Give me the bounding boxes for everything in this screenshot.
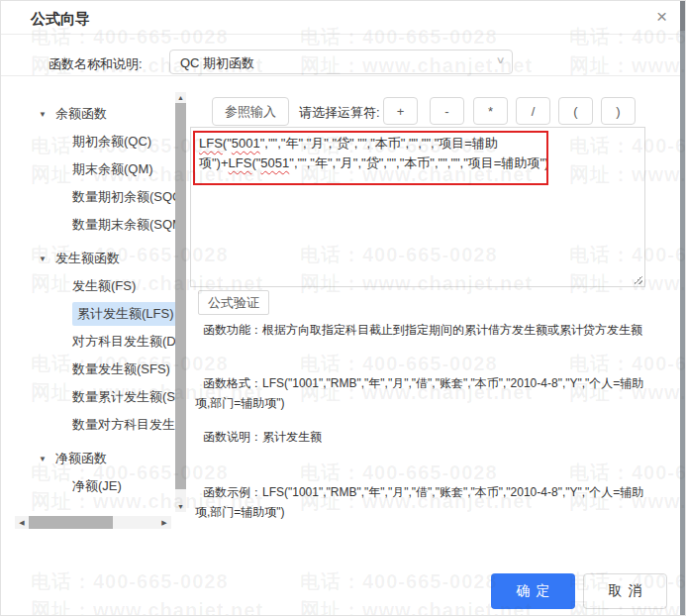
tree-item-label: 数量累计发生额(SL (72, 388, 175, 406)
tree-item-label: 净额(JE) (72, 477, 122, 495)
tree-item-label: 数量期初余额(SQC (72, 188, 175, 206)
horizontal-scroll-thumb[interactable] (29, 516, 113, 529)
tree-item-label: 数量对方科目发生额 (72, 416, 175, 434)
function-purpose: 函数功能：根据方向取指定科目截止到指定期间的累计借方发生额或累计贷方发生额 (195, 320, 652, 340)
function-example-text: LFS("1001","RMB","年","月","借","账套","本币","… (195, 485, 643, 519)
formula-wizard-dialog: 公式向导 × 函数名称和说明: QC 期初函数 ∨ ▼ 余额函数 期初余额(QC… (0, 0, 686, 616)
section-divider (1, 75, 685, 76)
tree-item-label: 期初余额(QC) (72, 133, 151, 151)
tree-group-occurrence[interactable]: ▼ 发生额函数 (21, 245, 175, 272)
operator-close-paren-button[interactable]: ) (601, 97, 636, 125)
tree-vertical-scrollbar[interactable]: ▲ ▼ (175, 92, 186, 512)
function-select-value: QC 期初函数 (180, 54, 254, 72)
tree-item-qm[interactable]: 期末余额(QM) (21, 155, 175, 183)
function-note-text: 累计发生额 (262, 430, 322, 444)
scroll-up-icon[interactable]: ▲ (175, 92, 186, 103)
formula-validate-button[interactable]: 公式验证 (198, 290, 269, 315)
tree-item-lfs-selected[interactable]: 累计发生额(LFS) (21, 300, 175, 328)
function-purpose-text: 根据方向取指定科目截止到指定期间的累计借方发生额或累计贷方发生额 (262, 323, 642, 337)
tree-item-label: 期末余额(QM) (72, 160, 153, 178)
tree-group-label: 余额函数 (55, 105, 107, 123)
tree-item-label: 数量发生额(SFS) (72, 360, 170, 378)
caret-down-icon: ▼ (39, 255, 55, 263)
tree-group-label: 净额函数 (55, 450, 107, 467)
operator-prompt-label: 请选择运算符: (299, 104, 380, 122)
scroll-left-icon[interactable]: ◀ (17, 516, 27, 529)
function-select-label: 函数名称和说明: (49, 55, 143, 73)
function-purpose-label: 函数功能： (203, 323, 262, 337)
chevron-down-icon: ∨ (495, 54, 505, 65)
tree-group-label: 发生额函数 (55, 250, 120, 267)
vertical-scroll-thumb[interactable] (175, 103, 186, 489)
textarea-resize-grip-icon[interactable] (633, 274, 642, 284)
close-icon[interactable]: × (656, 5, 667, 29)
function-format-text: LFS("1001","RMB","年","月","借","账套","本币","… (195, 376, 643, 410)
ok-button[interactable]: 确定 (491, 573, 575, 609)
tree-horizontal-scrollbar[interactable]: ◀ ▶ (15, 516, 171, 529)
caret-down-icon: ▼ (39, 110, 55, 119)
function-format: 函数格式：LFS("1001","RMB","年","月","借","账套","… (195, 373, 652, 413)
function-description: 函数功能：根据方向取指定科目截止到指定期间的累计借方发生额或累计贷方发生额 函数… (195, 316, 652, 522)
function-example-label: 函数示例： (203, 485, 262, 499)
tree-item-fs[interactable]: 发生额(FS) (21, 272, 175, 300)
tree-item-sqc[interactable]: 数量期初余额(SQC (21, 183, 175, 211)
tree-item-sqm[interactable]: 数量期末余额(SQM (21, 211, 175, 239)
operator-plus-button[interactable]: + (383, 97, 418, 125)
operator-minus-button[interactable]: - (430, 97, 464, 125)
operator-open-paren-button[interactable]: ( (558, 97, 593, 125)
tree-item-dfs[interactable]: 对方科目发生额(DF (21, 328, 175, 356)
tree-item-label: 发生额(FS) (72, 277, 136, 295)
function-tree: ▼ 余额函数 期初余额(QC) 期末余额(QM) 数量期初余额(SQC 数量期末… (21, 92, 175, 516)
reference-input-button[interactable]: 参照输入 (212, 97, 289, 126)
tree-group-balance[interactable]: ▼ 余额函数 (21, 100, 175, 128)
operator-multiply-button[interactable]: * (473, 97, 508, 125)
tree-item-slfs[interactable]: 数量累计发生额(SL (21, 383, 175, 411)
tree-item-sdfs[interactable]: 数量对方科目发生额 (21, 411, 175, 439)
header-divider (1, 34, 685, 35)
function-format-label: 函数格式： (203, 376, 262, 390)
dialog-title: 公式向导 (31, 10, 90, 29)
tree-item-je[interactable]: 净额(JE) (21, 472, 175, 500)
cancel-button[interactable]: 取消 (583, 573, 667, 609)
tree-item-qc[interactable]: 期初余额(QC) (21, 128, 175, 155)
tree-item-label: 累计发生额(LFS) (72, 302, 175, 326)
scroll-right-icon[interactable]: ▶ (159, 516, 169, 529)
function-note: 函数说明：累计发生额 (195, 427, 652, 447)
caret-down-icon: ▼ (39, 455, 55, 463)
tree-item-label: 数量期末余额(SQM (72, 216, 175, 234)
function-select[interactable]: QC 期初函数 ∨ (169, 50, 513, 74)
tree-item-sfs[interactable]: 数量发生额(SFS) (21, 356, 175, 383)
tree-item-label: 对方科目发生额(DF (72, 333, 175, 351)
tree-group-net[interactable]: ▼ 净额函数 (21, 445, 175, 472)
scroll-down-icon[interactable]: ▼ (175, 501, 186, 512)
operator-divide-button[interactable]: / (516, 97, 550, 125)
page-edge-scrollbar[interactable] (680, 1, 685, 616)
formula-input[interactable]: LFS("5001","","年","月","贷","","本币","","",… (190, 127, 645, 287)
function-note-label: 函数说明： (203, 430, 262, 444)
function-example: 函数示例：LFS("1001","RMB","年","月","借","账套","… (195, 482, 652, 522)
